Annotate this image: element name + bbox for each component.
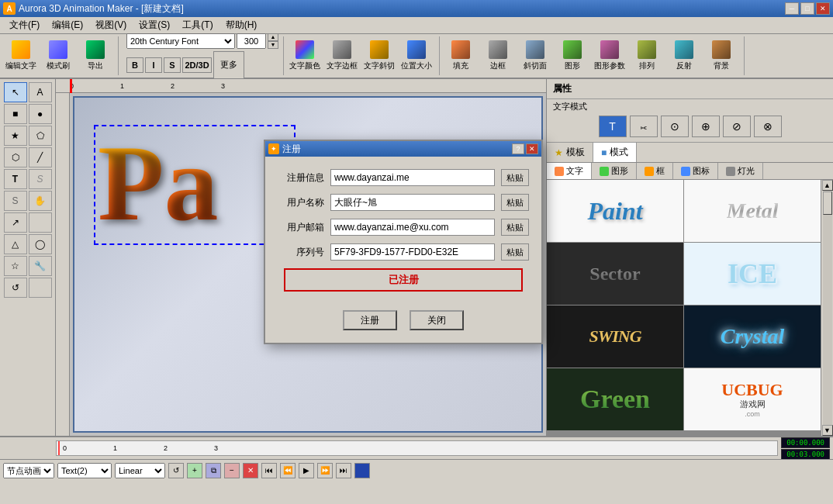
dialog-controls: ? ✕	[512, 143, 538, 154]
username-paste-btn[interactable]: 粘贴	[501, 194, 529, 211]
username-input[interactable]	[330, 194, 495, 211]
form-row-serial: 序列号 粘贴	[278, 243, 529, 261]
dialog-icon: ✦	[268, 143, 279, 154]
dialog-footer: 注册 关闭	[265, 304, 541, 343]
form-row-reg-info: 注册信息 粘贴	[278, 169, 529, 186]
serial-label: 序列号	[278, 246, 324, 259]
dialog-title-text: 注册	[282, 143, 301, 156]
email-paste-btn[interactable]: 粘贴	[501, 219, 529, 236]
dialog-overlay: ✦ 注册 ? ✕ 注册信息 粘贴 用户名称 粘贴	[0, 0, 833, 504]
registered-box: 已注册	[284, 268, 523, 292]
form-row-email: 用户邮箱 粘贴	[278, 219, 529, 236]
email-label: 用户邮箱	[278, 221, 324, 234]
registered-text: 已注册	[389, 274, 419, 285]
dialog-close-x-btn[interactable]: ✕	[526, 143, 538, 154]
dialog-title-bar: ✦ 注册 ? ✕	[265, 141, 541, 157]
dialog-title-left: ✦ 注册	[268, 143, 301, 156]
reg-info-paste-btn[interactable]: 粘贴	[501, 169, 529, 186]
form-row-username: 用户名称 粘贴	[278, 194, 529, 211]
reg-info-label: 注册信息	[278, 171, 324, 185]
serial-input[interactable]	[330, 243, 495, 261]
dialog-help-btn[interactable]: ?	[512, 143, 524, 154]
dialog-close-button[interactable]: 关闭	[410, 310, 464, 330]
email-input[interactable]	[330, 219, 495, 236]
register-button[interactable]: 注册	[343, 310, 397, 330]
serial-paste-btn[interactable]: 粘贴	[501, 243, 529, 261]
dialog-body: 注册信息 粘贴 用户名称 粘贴 用户邮箱 粘贴 序列号 粘贴	[265, 157, 541, 304]
reg-info-input[interactable]	[330, 169, 495, 186]
register-dialog: ✦ 注册 ? ✕ 注册信息 粘贴 用户名称 粘贴	[264, 140, 543, 344]
username-label: 用户名称	[278, 196, 324, 209]
